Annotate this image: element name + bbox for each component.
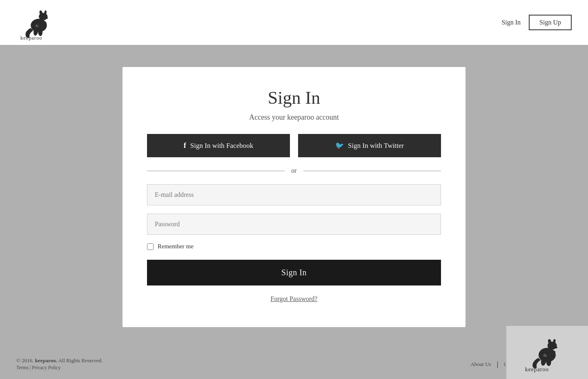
svg-text:keeparoo: keeparoo xyxy=(525,366,549,372)
divider-line-left xyxy=(147,171,285,171)
footer-rights: All Rights Reserved. xyxy=(58,357,102,363)
facebook-signin-button[interactable]: f Sign In with Facebook xyxy=(147,134,290,157)
twitter-btn-label: Sign In with Twitter xyxy=(348,142,404,150)
divider-line-right xyxy=(303,171,441,171)
email-input[interactable] xyxy=(147,184,441,205)
footer-center-sep: | xyxy=(497,361,498,368)
footer-about-link[interactable]: About Us xyxy=(470,361,491,368)
footer-left: © 2016. keeparoo. All Rights Reserved. T… xyxy=(16,357,102,371)
footer-kangaroo-logo: keeparoo xyxy=(519,332,576,373)
footer-copyright: © 2016. xyxy=(16,357,33,363)
remember-me-group: Remember me xyxy=(147,243,441,250)
or-label: or xyxy=(291,167,296,174)
svg-point-4 xyxy=(46,17,48,19)
email-form-group xyxy=(147,184,441,205)
footer: © 2016. keeparoo. All Rights Reserved. T… xyxy=(0,349,588,379)
forgot-password-area: Forgot Password? xyxy=(147,295,441,303)
main-content: Sign In Access your keeparoo account f S… xyxy=(0,45,588,349)
or-divider: or xyxy=(147,167,441,174)
forgot-password-link[interactable]: Forgot Password? xyxy=(271,295,318,302)
facebook-btn-label: Sign In with Facebook xyxy=(190,142,253,150)
card-title: Sign In xyxy=(147,87,441,108)
svg-point-14 xyxy=(555,347,557,348)
twitter-signin-button[interactable]: 🐦 Sign In with Twitter xyxy=(298,134,441,157)
password-form-group xyxy=(147,214,441,235)
svg-text:keeparoo: keeparoo xyxy=(20,35,42,41)
header: keeparoo Sign In Sign Up xyxy=(0,0,588,45)
footer-terms-link[interactable]: Terms xyxy=(16,365,29,370)
signin-card: Sign In Access your keeparoo account f S… xyxy=(122,67,466,327)
logo-area: keeparoo xyxy=(16,4,61,41)
social-buttons: f Sign In with Facebook 🐦 Sign In with T… xyxy=(147,134,441,157)
keeparoo-logo: keeparoo xyxy=(16,4,61,41)
card-subtitle: Access your keeparoo account xyxy=(147,113,441,122)
header-nav: Sign In Sign Up xyxy=(501,15,572,30)
password-input[interactable] xyxy=(147,214,441,235)
facebook-icon: f xyxy=(184,141,186,150)
twitter-icon: 🐦 xyxy=(335,141,344,150)
remember-me-checkbox[interactable] xyxy=(147,243,154,250)
remember-me-label[interactable]: Remember me xyxy=(158,243,194,250)
nav-signup-button[interactable]: Sign Up xyxy=(529,15,572,30)
footer-privacy-link[interactable]: Privacy Policy xyxy=(32,365,60,370)
signin-button[interactable]: Sign In xyxy=(147,260,441,285)
footer-logo-watermark: keeparoo xyxy=(506,326,588,379)
nav-signin-link[interactable]: Sign In xyxy=(501,19,521,26)
footer-brand: keeparoo. xyxy=(35,357,57,363)
